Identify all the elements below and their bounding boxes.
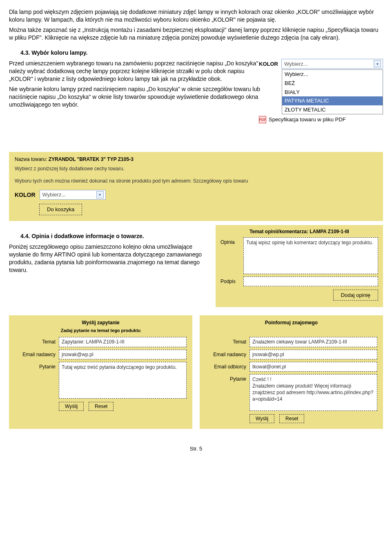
chevron-down-icon: ▾ <box>96 191 104 198</box>
page-footer: Str. 5 <box>9 445 383 453</box>
kolor-option-selected[interactable]: PATYNA METALIC <box>282 96 383 105</box>
opinion-title: Temat opinii/komentarza: LAMPA Z109-1-II… <box>220 228 378 235</box>
opinion-row: Opinia Tutaj wpisz opinię lub komentarz … <box>220 237 378 274</box>
kolor-option[interactable]: Wybierz... <box>282 70 383 79</box>
add-opinion-button[interactable]: Dodaj opinię <box>333 290 378 301</box>
product-name-value: ZYRANDOL "BRATEK 3" TYP Z105-3 <box>49 156 134 162</box>
inquiry-question-textarea[interactable]: Tutaj wpisz treść pytania dotyczącego te… <box>59 362 187 399</box>
inquiry-subject-label: Temat <box>15 337 59 345</box>
kolor-options-list[interactable]: Wybierz... BEŻ BIAŁY PATYNA METALIC ZŁOT… <box>282 69 383 114</box>
chevron-down-icon: ▾ <box>374 60 381 67</box>
kolor-widget: KOLOR Wybierz... ▾ Wybierz... BEŻ BIAŁY … <box>259 59 383 123</box>
inquiry-subject-input[interactable]: Zapytanie: LAMPA Z109-1-III <box>59 337 187 347</box>
inform-question-label: Pytanie <box>205 374 249 382</box>
panel-kolor-select[interactable]: Wybierz... ▾ <box>40 190 106 200</box>
signature-input[interactable] <box>243 276 378 286</box>
sec43-p2: Nie wybranie koloru lampy przed naciśnię… <box>9 85 266 109</box>
feature-hint2: Wyboru tych cech można również dokonać n… <box>15 178 377 184</box>
sec43-p1: Przed umieszczeniem wybranego towaru na … <box>9 60 266 83</box>
feature-hint1: Wybierz z poniższej listy dodatkowe cech… <box>15 165 377 172</box>
kolor-option[interactable]: BIAŁY <box>282 88 383 97</box>
inform-sender-label: Email nadawcy <box>205 350 249 358</box>
inform-recip-input[interactable]: tkowal@onet.pl <box>249 362 377 372</box>
kolor-select-row: KOLOR Wybierz... ▾ <box>259 59 383 69</box>
pdf-icon: PDF <box>259 116 266 123</box>
panel-kolor-label: KOLOR <box>15 191 36 199</box>
opinion-btn-row: Dodaj opinię <box>220 290 378 301</box>
sec43-heading: 4.3. Wybór koloru lampy. <box>20 49 383 57</box>
inform-reset-button[interactable]: Reset <box>279 414 304 423</box>
sec43-row: Przed umieszczeniem wybranego towaru na … <box>9 60 383 149</box>
spec-pdf-row[interactable]: PDF Specyfikacja towaru w pliku PDF <box>259 116 383 123</box>
panel-btn-row: Do koszyka <box>39 204 377 215</box>
inform-send-button[interactable]: Wyślij <box>249 414 274 423</box>
sec44-p1: Poniżej szczegółowego opisu zamieszczono… <box>9 243 209 274</box>
signature-label: Podpis <box>220 276 243 285</box>
sec44-row: 4.4. Opinia i dodatkowe informacje o tow… <box>9 225 383 308</box>
inquiry-sender-input[interactable]: jnowak@wp.pl <box>59 350 187 359</box>
inquiry-sender-label: Email nadawcy <box>15 350 59 358</box>
panel-kolor-text: Wybierz... <box>42 191 66 198</box>
spec-pdf-link[interactable]: Specyfikacja towaru w pliku PDF <box>269 116 346 123</box>
panel-kolor-row: KOLOR Wybierz... ▾ <box>15 190 377 200</box>
inform-sub <box>205 328 377 334</box>
inform-card: Poinformuj znajomego Temat Znalazłem cie… <box>200 315 383 429</box>
inform-sender-input[interactable]: jnowak@wp.pl <box>249 350 377 359</box>
inquiry-reset-button[interactable]: Reset <box>89 402 114 411</box>
opinion-panel: Temat opinii/komentarza: LAMPA Z109-1-II… <box>216 225 383 308</box>
inquiry-card: Wyślij zapytanie Zadaj pytanie na temat … <box>9 315 192 429</box>
kolor-select[interactable]: Wybierz... ▾ <box>281 59 383 69</box>
inform-head: Poinformuj znajomego <box>205 319 377 326</box>
inquiry-head: Wyślij zapytanie <box>15 319 187 326</box>
sec43-text: Przed umieszczeniem wybranego towaru na … <box>9 60 266 108</box>
bottom-forms-row: Wyślij zapytanie Zadaj pytanie na temat … <box>9 315 383 429</box>
add-to-cart-button[interactable]: Do koszyka <box>39 204 82 215</box>
kolor-select-text: Wybierz... <box>284 60 308 68</box>
kolor-option[interactable]: ZŁOTY METALIC <box>282 105 383 114</box>
product-name-line: Nazwa towaru: ZYRANDOL "BRATEK 3" TYP Z1… <box>15 156 377 163</box>
inquiry-send-button[interactable]: Wyślij <box>59 402 84 411</box>
intro-p1: Dla lamp pod większym zdjęciem pojawiają… <box>9 8 383 24</box>
inform-subject-input[interactable]: Znalazłem ciekawy towar LAMPA Z109-1-III <box>249 337 377 347</box>
inform-question-textarea[interactable]: Cześć ! ! Znalazłem ciekawy produkt! Wię… <box>249 374 377 411</box>
intro-p2: Można także zapoznać się z „Instrukcją m… <box>9 26 383 42</box>
opinion-textarea[interactable]: Tutaj wpisz opinię lub komentarz dotyczą… <box>243 237 378 274</box>
kolor-option[interactable]: BEŻ <box>282 79 383 88</box>
sec44-heading: 4.4. Opinia i dodatkowe informacje o tow… <box>20 232 209 240</box>
inquiry-question-label: Pytanie <box>15 362 59 370</box>
opinion-label: Opinia <box>220 237 243 245</box>
inform-recip-label: Email odbiorcy <box>205 362 249 370</box>
signature-row: Podpis <box>220 276 378 286</box>
kolor-label: KOLOR <box>259 60 278 68</box>
feature-panel: Nazwa towaru: ZYRANDOL "BRATEK 3" TYP Z1… <box>9 152 383 221</box>
sec44-left: 4.4. Opinia i dodatkowe informacje o tow… <box>9 225 209 308</box>
inform-subject-label: Temat <box>205 337 249 345</box>
product-name-label: Nazwa towaru: <box>15 156 47 162</box>
inquiry-sub: Zadaj pytanie na temat tego produktu <box>15 328 187 334</box>
